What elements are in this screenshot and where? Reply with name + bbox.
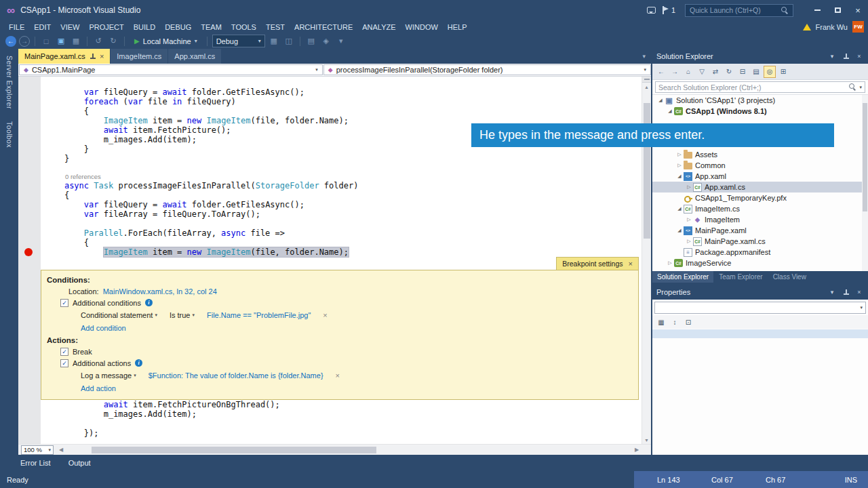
redo-icon[interactable]: ↻: [107, 37, 119, 45]
open-file-icon[interactable]: □: [40, 37, 52, 45]
save-icon[interactable]: ▣: [55, 37, 67, 45]
tree-item-imageitem-cs[interactable]: ◢C#ImageItem.cs: [652, 203, 868, 214]
toggle-bookmark-icon[interactable]: ◈: [320, 37, 332, 45]
undo-icon[interactable]: ↺: [92, 37, 104, 45]
action-type-dropdown[interactable]: Log a message▾: [81, 371, 136, 380]
split-editor-handle[interactable]: [642, 77, 651, 83]
collapse-icon[interactable]: ◢: [675, 228, 684, 233]
menu-window[interactable]: WINDOW: [401, 20, 443, 33]
menu-tools[interactable]: TOOLS: [226, 20, 261, 33]
menu-debug[interactable]: DEBUG: [160, 20, 196, 33]
warning-icon[interactable]: [803, 24, 811, 30]
tree-item-mainpage-xaml-cs[interactable]: ▷C#MainPage.xaml.cs: [652, 236, 868, 247]
solution-configuration-combo[interactable]: Debug▾: [212, 35, 265, 47]
tree-item-package-appxmanifest[interactable]: ≡Package.appxmanifest: [652, 247, 868, 258]
avatar[interactable]: FW: [852, 21, 864, 33]
properties-object-dropdown[interactable]: ▾: [654, 302, 866, 314]
pin-icon[interactable]: [841, 289, 850, 296]
menu-help[interactable]: HELP: [443, 20, 472, 33]
collapse-icon[interactable]: ◢: [675, 206, 684, 211]
add-action-link[interactable]: Add action: [81, 384, 116, 392]
properties-page-icon[interactable]: ⊞: [777, 66, 789, 78]
expand-icon[interactable]: ▷: [685, 184, 693, 190]
remove-condition-icon[interactable]: ×: [323, 311, 327, 319]
navigate-backward-icon[interactable]: ←: [5, 36, 16, 47]
tree-item-app-xaml-cs[interactable]: ▷C#App.xaml.cs: [652, 182, 868, 192]
solution-search-box[interactable]: ▾: [655, 81, 865, 93]
expand-icon[interactable]: ▷: [685, 217, 693, 222]
condition-operator-dropdown[interactable]: Is true▾: [170, 311, 195, 319]
member-dropdown[interactable]: ◆ processImageFilesInParallel(StorageFol…: [323, 64, 651, 75]
menu-file[interactable]: FILE: [4, 20, 29, 33]
save-all-icon[interactable]: ▦: [70, 37, 82, 45]
scroll-left-icon[interactable]: ◀: [56, 447, 66, 453]
expand-icon[interactable]: ▷: [675, 152, 684, 157]
breakpoint-icon[interactable]: [24, 248, 33, 256]
panel-tab-solution-explorer[interactable]: Solution Explorer: [652, 271, 713, 283]
close-button[interactable]: ×: [848, 0, 868, 20]
tab-imageitem-cs[interactable]: ImageItem.cs: [111, 49, 167, 64]
location-link[interactable]: MainWindow.xaml.cs, ln 32, col 24: [103, 287, 217, 296]
minimize-button[interactable]: [807, 0, 827, 20]
tree-scrollbar[interactable]: [862, 95, 868, 271]
tab-app-xaml-cs[interactable]: App.xaml.cs: [168, 49, 221, 64]
preview-selected-items-icon[interactable]: ◎: [764, 66, 776, 78]
tree-item-app-xaml[interactable]: ◢<>App.xaml: [652, 171, 868, 182]
collapse-icon[interactable]: ◢: [666, 108, 674, 114]
menu-edit[interactable]: EDIT: [29, 20, 56, 33]
sync-with-active-document-icon[interactable]: ⇄: [709, 66, 722, 78]
scroll-up-icon[interactable]: ▲: [642, 83, 651, 91]
menu-view[interactable]: VIEW: [56, 20, 84, 33]
tree-scrollbar-thumb[interactable]: [863, 103, 867, 211]
collapse-icon[interactable]: ◢: [675, 174, 684, 179]
type-dropdown[interactable]: ◆ CSApp1.MainPage ▾: [19, 64, 323, 75]
bottom-tab-error-list[interactable]: Error List: [20, 459, 51, 467]
zoom-selector[interactable]: 100 % ▾: [21, 445, 54, 455]
toolbar-overflow-icon[interactable]: ▾: [335, 37, 347, 45]
additional-conditions-checkbox[interactable]: ✓: [60, 299, 68, 307]
scroll-down-icon[interactable]: ▼: [642, 436, 651, 444]
horizontal-scrollbar-thumb[interactable]: [92, 447, 376, 453]
navigate-forward-icon[interactable]: →: [669, 66, 681, 78]
tree-item-imageservice[interactable]: ▷C#ImageService: [652, 258, 868, 268]
signed-in-user[interactable]: Frank Wu: [816, 23, 848, 31]
expand-icon[interactable]: ▷: [675, 163, 684, 168]
condition-type-dropdown[interactable]: Conditional statement▾: [81, 311, 157, 319]
panel-tab-team-explorer[interactable]: Team Explorer: [714, 271, 767, 283]
current-statement-line[interactable]: ImageItem item = new ImageItem(file, fol…: [41, 247, 642, 257]
tree-item-mainpage-xaml[interactable]: ◢<>MainPage.xaml: [652, 225, 868, 236]
navigate-forward-icon[interactable]: →: [19, 36, 30, 47]
menu-test[interactable]: TEST: [261, 20, 290, 33]
pin-icon[interactable]: [90, 54, 96, 60]
filter-icon[interactable]: ▽: [696, 66, 708, 78]
tree-item-imageitem[interactable]: ▷◆ImageItem: [652, 214, 868, 225]
tab-mainpage-xaml-cs[interactable]: MainPage.xaml.cs×: [18, 49, 110, 64]
navigate-backward-icon[interactable]: ←: [655, 66, 667, 78]
menu-team[interactable]: TEAM: [196, 20, 226, 33]
bottom-tab-output[interactable]: Output: [68, 459, 91, 467]
panel-tab-class-view[interactable]: Class View: [768, 271, 811, 283]
property-pages-icon[interactable]: ⊡: [683, 317, 694, 327]
break-checkbox[interactable]: ✓: [60, 348, 68, 356]
chevron-down-icon[interactable]: ▾: [859, 85, 862, 90]
alphabetical-icon[interactable]: ↕: [669, 317, 680, 327]
notifications-flag[interactable]: 1: [663, 6, 675, 14]
categorized-icon[interactable]: ▦: [656, 317, 667, 327]
side-tab-server-explorer[interactable]: Server Explorer: [5, 56, 14, 109]
tree-item-csapp1-windows-8-1[interactable]: ◢C#CSApp1 (Windows 8.1): [652, 106, 868, 117]
menu-analyze[interactable]: ANALYZE: [357, 20, 400, 33]
breakpoint-settings-tab[interactable]: Breakpoint settings ×: [556, 257, 639, 270]
start-debugging-button[interactable]: ▶Local Machine▾: [130, 35, 202, 48]
solution-platforms-icon[interactable]: ▦: [268, 37, 280, 45]
solution-search-input[interactable]: [658, 83, 846, 92]
menu-architecture[interactable]: ARCHITECTURE: [290, 20, 357, 33]
chevron-down-icon[interactable]: ▾: [827, 289, 837, 296]
restore-button[interactable]: [827, 0, 848, 20]
show-all-files-icon[interactable]: ▤: [750, 66, 762, 78]
quick-launch-input[interactable]: [690, 6, 781, 14]
collapse-all-icon[interactable]: ⊟: [736, 66, 749, 78]
menu-build[interactable]: BUILD: [129, 20, 160, 33]
remove-action-icon[interactable]: ×: [336, 371, 340, 380]
tab-overflow-icon[interactable]: ▾: [637, 49, 651, 64]
refresh-icon[interactable]: ↻: [723, 66, 735, 78]
